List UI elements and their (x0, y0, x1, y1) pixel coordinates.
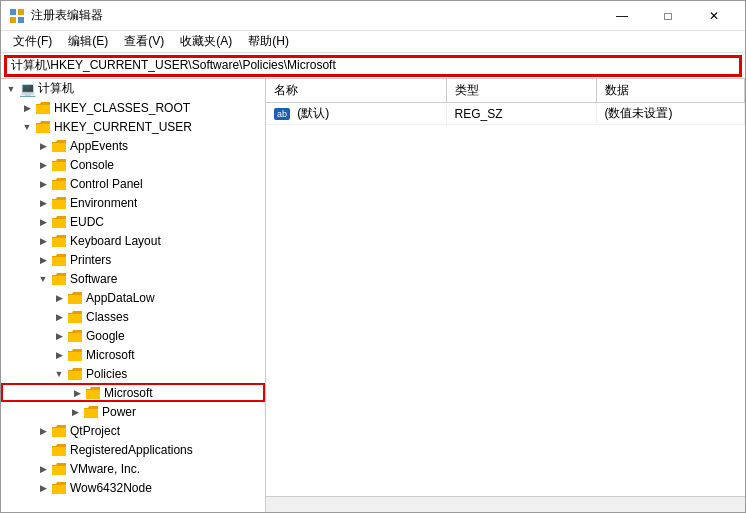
vmware-label: VMware, Inc. (70, 462, 140, 476)
menu-help[interactable]: 帮助(H) (240, 31, 297, 52)
keyboard-layout-label: Keyboard Layout (70, 234, 161, 248)
eudc-expander[interactable]: ▶ (35, 214, 51, 230)
tree-item-classes[interactable]: ▶ Classes (1, 307, 265, 326)
qtproject-label: QtProject (70, 424, 120, 438)
printers-folder-icon (51, 253, 67, 267)
appevents-expander[interactable]: ▶ (35, 138, 51, 154)
tree-item-classes-root[interactable]: ▶ HKEY_CLASSES_ROOT (1, 98, 265, 117)
right-panel: 名称 类型 数据 ab (默认) REG_SZ (数值未设置) (266, 79, 745, 512)
microsoft-sw-folder-icon (67, 348, 83, 362)
col-header-name: 名称 (266, 79, 446, 103)
keyboard-layout-expander[interactable]: ▶ (35, 233, 51, 249)
content-area: ▼ 💻 计算机 ▶ HKEY_CLASSES_ROOT ▼ (1, 79, 745, 512)
software-label: Software (70, 272, 117, 286)
app-icon (9, 8, 25, 24)
computer-icon: 💻 (19, 82, 35, 96)
google-folder-icon (67, 329, 83, 343)
tree-item-power[interactable]: ▶ Power (1, 402, 265, 421)
vmware-folder-icon (51, 462, 67, 476)
policies-expander[interactable]: ▼ (51, 366, 67, 382)
tree-item-eudc[interactable]: ▶ EUDC (1, 212, 265, 231)
tree-item-printers[interactable]: ▶ Printers (1, 250, 265, 269)
svg-rect-2 (10, 17, 16, 23)
tree-item-control-panel[interactable]: ▶ Control Panel (1, 174, 265, 193)
policies-label: Policies (86, 367, 127, 381)
tree-item-microsoft-policies[interactable]: ▶ Microsoft (1, 383, 265, 402)
console-expander[interactable]: ▶ (35, 157, 51, 173)
software-folder-icon (51, 272, 67, 286)
microsoft-sw-label: Microsoft (86, 348, 135, 362)
tree-root[interactable]: ▼ 💻 计算机 (1, 79, 265, 98)
row-type: REG_SZ (446, 103, 596, 125)
title-bar: 注册表编辑器 — □ ✕ (1, 1, 745, 31)
tree-item-environment[interactable]: ▶ Environment (1, 193, 265, 212)
tree-item-keyboard-layout[interactable]: ▶ Keyboard Layout (1, 231, 265, 250)
appevents-label: AppEvents (70, 139, 128, 153)
tree-item-wow6432[interactable]: ▶ Wow6432Node (1, 478, 265, 497)
tree-item-console[interactable]: ▶ Console (1, 155, 265, 174)
menu-favorites[interactable]: 收藏夹(A) (172, 31, 240, 52)
classes-label: Classes (86, 310, 129, 324)
current-user-label: HKEY_CURRENT_USER (54, 120, 192, 134)
classes-root-folder-icon (35, 101, 51, 115)
classes-root-expander[interactable]: ▶ (19, 100, 35, 116)
svg-rect-0 (10, 9, 16, 15)
qtproject-expander[interactable]: ▶ (35, 423, 51, 439)
google-expander[interactable]: ▶ (51, 328, 67, 344)
tree-item-software[interactable]: ▼ Software (1, 269, 265, 288)
tree-item-current-user[interactable]: ▼ HKEY_CURRENT_USER (1, 117, 265, 136)
tree-item-appevents[interactable]: ▶ AppEvents (1, 136, 265, 155)
environment-label: Environment (70, 196, 137, 210)
menu-edit[interactable]: 编辑(E) (60, 31, 116, 52)
current-user-folder-icon (35, 120, 51, 134)
console-label: Console (70, 158, 114, 172)
menu-bar: 文件(F) 编辑(E) 查看(V) 收藏夹(A) 帮助(H) (1, 31, 745, 53)
tree-panel: ▼ 💻 计算机 ▶ HKEY_CLASSES_ROOT ▼ (1, 79, 266, 512)
table-scroll: 名称 类型 数据 ab (默认) REG_SZ (数值未设置) (266, 79, 745, 496)
address-input[interactable] (5, 56, 741, 76)
menu-view[interactable]: 查看(V) (116, 31, 172, 52)
maximize-button[interactable]: □ (645, 1, 691, 31)
col-header-type: 类型 (446, 79, 596, 103)
root-expander[interactable]: ▼ (3, 81, 19, 97)
close-button[interactable]: ✕ (691, 1, 737, 31)
row-name-text: (默认) (297, 106, 329, 120)
microsoft-pol-expander[interactable]: ▶ (69, 385, 85, 401)
eudc-label: EUDC (70, 215, 104, 229)
printers-expander[interactable]: ▶ (35, 252, 51, 268)
wow6432-folder-icon (51, 481, 67, 495)
wow6432-expander[interactable]: ▶ (35, 480, 51, 496)
vmware-expander[interactable]: ▶ (35, 461, 51, 477)
tree-item-qtproject[interactable]: ▶ QtProject (1, 421, 265, 440)
current-user-expander[interactable]: ▼ (19, 119, 35, 135)
wow6432-label: Wow6432Node (70, 481, 152, 495)
tree-item-policies[interactable]: ▼ Policies (1, 364, 265, 383)
bottom-scrollbar[interactable] (266, 496, 745, 512)
menu-file[interactable]: 文件(F) (5, 31, 60, 52)
console-folder-icon (51, 158, 67, 172)
appdatalow-expander[interactable]: ▶ (51, 290, 67, 306)
svg-rect-3 (18, 17, 24, 23)
address-bar (1, 53, 745, 79)
registry-table: 名称 类型 数据 ab (默认) REG_SZ (数值未设置) (266, 79, 745, 125)
scroll-track[interactable] (266, 497, 745, 513)
microsoft-sw-expander[interactable]: ▶ (51, 347, 67, 363)
classes-expander[interactable]: ▶ (51, 309, 67, 325)
control-panel-expander[interactable]: ▶ (35, 176, 51, 192)
environment-expander[interactable]: ▶ (35, 195, 51, 211)
tree-item-google[interactable]: ▶ Google (1, 326, 265, 345)
registered-apps-folder-icon (51, 443, 67, 457)
tree-item-vmware[interactable]: ▶ VMware, Inc. (1, 459, 265, 478)
eudc-folder-icon (51, 215, 67, 229)
col-header-data: 数据 (596, 79, 745, 103)
power-label: Power (102, 405, 136, 419)
window-title: 注册表编辑器 (31, 7, 599, 24)
tree-item-microsoft-sw[interactable]: ▶ Microsoft (1, 345, 265, 364)
tree-item-appdatalow[interactable]: ▶ AppDataLow (1, 288, 265, 307)
tree-item-registered-apps[interactable]: ▶ RegisteredApplications (1, 440, 265, 459)
power-expander[interactable]: ▶ (67, 404, 83, 420)
software-expander[interactable]: ▼ (35, 271, 51, 287)
minimize-button[interactable]: — (599, 1, 645, 31)
window-controls: — □ ✕ (599, 1, 737, 31)
table-row[interactable]: ab (默认) REG_SZ (数值未设置) (266, 103, 745, 125)
